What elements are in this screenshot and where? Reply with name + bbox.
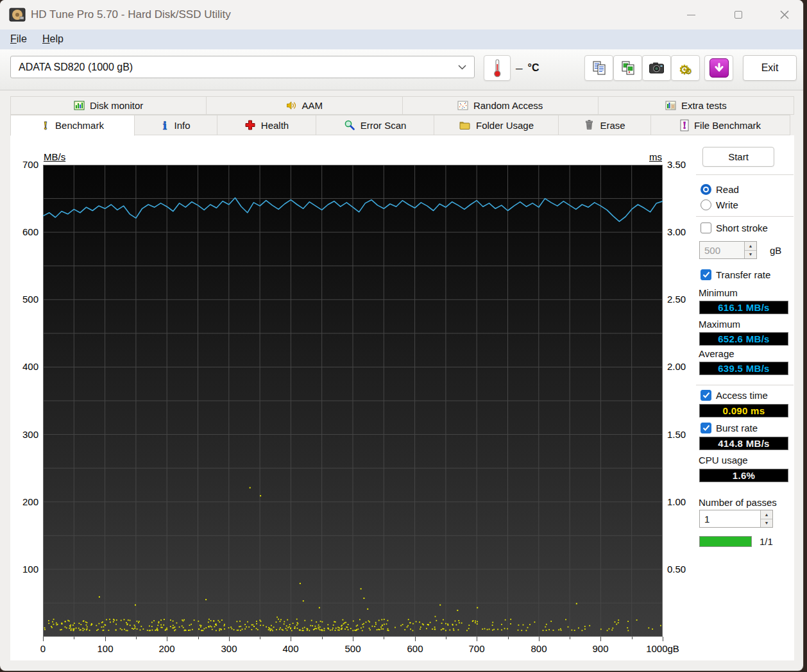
title-bar: HD Tune Pro 5.70 - Hard Disk/SSD Utility [0,0,803,29]
start-button[interactable]: Start [702,147,774,167]
svg-text:i: i [163,119,167,131]
x-tick [105,637,106,641]
short-stroke-label: Short stroke [716,223,768,233]
x-tick-label: 600 [407,643,423,654]
x-tick [198,637,199,639]
y-left-tick-label: 200 [13,496,38,507]
info-icon: i [161,119,169,131]
tab-label: Extra tests [681,100,727,111]
tab-label: Health [261,120,289,131]
drive-select-dropdown[interactable]: ADATA SD820 (1000 gB) [10,56,475,78]
x-tick [384,637,384,639]
tab-extra-tests[interactable]: Extra tests [598,96,794,115]
y-right-tick-label: 1.00 [667,496,693,507]
short-stroke-checkbox[interactable] [701,223,711,233]
temperature-button[interactable] [484,55,511,81]
y-left-tick-label: 100 [13,564,38,575]
x-tick-label: 700 [468,643,484,654]
tab-health[interactable]: Health [217,115,316,135]
drive-select-value: ADATA SD820 (1000 gB) [19,62,133,73]
y-left-tick-label: 400 [13,361,38,372]
spin-up-icon[interactable]: ▲ [761,510,772,519]
transfer-rate-checkbox[interactable] [701,269,711,280]
minimum-label: Minimum [699,287,738,298]
menu-help[interactable]: Help [42,33,64,45]
trash-icon [584,119,595,131]
tab-info[interactable]: i Info [134,115,217,135]
spin-down-icon[interactable]: ▼ [745,251,756,259]
x-tick-label: 200 [158,643,174,654]
passes-spinner[interactable]: 1 ▲▼ [699,510,773,528]
tab-aam[interactable]: AAM [206,96,402,115]
menu-file[interactable]: File [10,33,27,45]
x-tick [136,637,137,639]
write-radio[interactable] [701,199,711,210]
x-tick [539,637,539,641]
short-stroke-spinner[interactable]: 500 ▲▼ [699,241,757,259]
minimize-button[interactable] [676,0,706,29]
tab-folder-usage[interactable]: Folder Usage [434,115,559,135]
check-icon [702,392,710,399]
x-tick [663,637,663,641]
disk-monitor-icon [74,100,85,111]
file-benchmark-icon: ! [680,119,689,131]
tab-random-access[interactable]: Random Access [402,96,599,115]
y-left-tick-label: 300 [13,429,38,440]
tab-label: Folder Usage [476,120,534,131]
tab-label: Random Access [473,100,543,111]
access-time-checkbox[interactable] [701,390,711,401]
copy-text-button[interactable] [584,55,613,81]
transfer-rate-label: Transfer rate [716,269,770,280]
tab-error-scan[interactable]: Error Scan [316,115,434,135]
gears-icon: ⚙⚙ [679,60,692,76]
separator [696,216,794,217]
tab-label: Erase [600,120,625,131]
read-radio[interactable] [701,184,711,195]
maximize-button[interactable] [724,0,753,29]
scatter-icon [457,100,468,111]
pass-progress-bar [699,536,752,547]
x-tick [167,637,167,641]
options-button[interactable]: ⚙⚙ [671,55,700,81]
exit-button[interactable]: Exit [743,55,797,81]
temperature-display: – °C [516,55,539,81]
start-label: Start [728,151,749,162]
maximum-label: Maximum [699,319,740,330]
spin-up-icon[interactable]: ▲ [745,242,756,251]
tab-label: Info [174,120,190,131]
x-tick [508,637,509,639]
x-tick-label: 0 [40,643,46,654]
speaker-icon [286,100,297,111]
benchmark-chart [43,165,663,637]
x-tick-label: 1000gB [646,643,679,654]
burst-rate-label: Burst rate [716,423,758,433]
spin-down-icon[interactable]: ▼ [761,519,772,528]
tab-row-top: Disk monitor AAM Random Access Extra tes… [10,96,794,115]
close-icon [780,10,789,19]
y-left-tick-label: 500 [13,294,38,305]
tab-benchmark[interactable]: ! Benchmark [10,115,135,136]
tab-label: Disk monitor [90,100,143,111]
average-value: 639.5 MB/s [699,362,788,375]
svg-text:!: ! [683,120,687,131]
download-icon [709,58,729,78]
copy-image-icon [620,60,636,76]
x-tick [74,637,74,639]
tab-erase[interactable]: Erase [558,115,651,135]
check-icon [702,424,710,432]
separator [696,174,794,175]
burst-rate-checkbox[interactable] [701,423,711,433]
tab-disk-monitor[interactable]: Disk monitor [10,96,207,115]
screenshot-button[interactable] [642,55,671,81]
svg-text:!: ! [43,119,47,131]
close-button[interactable] [770,0,799,29]
x-tick [322,637,323,639]
maximize-icon [735,11,742,19]
save-results-button[interactable] [704,55,733,81]
tab-file-benchmark[interactable]: ! File Benchmark [650,115,790,135]
read-label: Read [716,184,739,195]
short-stroke-value: 500 [700,242,744,258]
x-tick [291,637,291,641]
copy-image-button[interactable] [613,55,642,81]
cpu-usage-value: 1.6% [699,469,788,482]
